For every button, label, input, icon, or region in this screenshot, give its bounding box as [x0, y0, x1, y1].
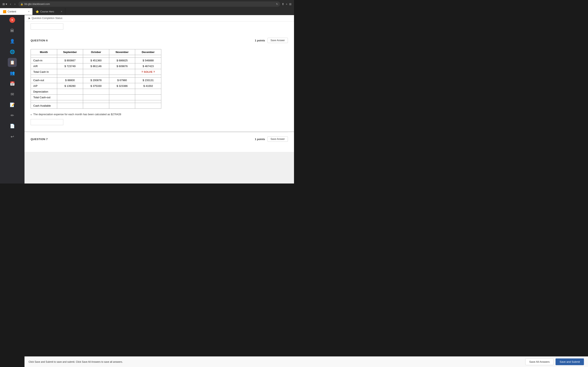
- table-row-total-cash-out: Total Cash-out: [31, 95, 161, 100]
- val-cash-out-oct: $ 200878: [83, 77, 109, 83]
- sidebar-item-document[interactable]: 📄: [8, 122, 17, 131]
- val-total-cash-out-oct: [83, 95, 109, 100]
- back-button[interactable]: ‹: [9, 2, 12, 6]
- val-ar-sep: $ 723749: [57, 63, 83, 69]
- val-total-cash-out-sep: [57, 95, 83, 100]
- sidebar-item-back[interactable]: ↩: [8, 132, 17, 141]
- prev-question-input[interactable]: [31, 24, 63, 30]
- label-cash-in: Cash-in: [31, 58, 57, 63]
- question7-container: QUESTION 7 1 points Save Answer: [25, 132, 294, 152]
- tab-content[interactable]: 🟧 Content ✕: [0, 8, 33, 15]
- sidebar-toggle[interactable]: ⊞ ▾: [2, 2, 7, 6]
- tab-course-hero[interactable]: ⭐ Course Hero ✕: [33, 8, 65, 15]
- notes-section: ● The depreciation expense for each mont…: [31, 113, 288, 116]
- val-total-cash-in-sep: [57, 69, 83, 75]
- tab-bar: 🟧 Content ✕ ⭐ Course Hero ✕: [0, 8, 294, 15]
- label-depreciation: Depreciation: [31, 89, 57, 95]
- table-row-cash-out: Cash-out $ 88800 $ 200878 $ 67980 $ 2331…: [31, 77, 161, 83]
- course-hero-tab-label: Course Hero: [40, 10, 54, 13]
- share-icon[interactable]: ⬆: [282, 2, 284, 6]
- question7-header: QUESTION 7 1 points Save Answer: [31, 136, 288, 144]
- question7-label: QUESTION 7: [31, 138, 48, 141]
- completion-arrow: ▶: [29, 17, 30, 20]
- col-month: Month: [31, 49, 57, 55]
- val-dep-dec: [135, 89, 161, 95]
- new-tab-icon[interactable]: +: [286, 2, 287, 6]
- val-cash-in-dec: $ 546888: [135, 58, 161, 63]
- val-cash-out-nov: $ 67980: [109, 77, 135, 83]
- label-total-cash-out: Total Cash-out: [31, 95, 57, 100]
- sidebar-item-notes[interactable]: 📝: [8, 100, 17, 109]
- cash-flow-table: Month September October November Decembe…: [31, 49, 161, 109]
- sidebar-item-calendar[interactable]: 📅: [8, 79, 17, 88]
- val-cash-avail-sep: [57, 103, 83, 109]
- col-october: October: [83, 49, 109, 55]
- spacer-row-1: [31, 55, 161, 58]
- content-tab-close[interactable]: ✕: [28, 10, 30, 13]
- close-button[interactable]: ✕: [9, 17, 15, 23]
- question6-meta: 1 points Save Answer: [255, 38, 288, 43]
- sidebar-item-institution[interactable]: 🏛: [8, 26, 17, 35]
- content-tab-icon: 🟧: [3, 10, 6, 13]
- reload-icon[interactable]: ↻: [276, 3, 278, 6]
- question6-label: QUESTION 6: [31, 39, 48, 42]
- col-september: September: [57, 49, 83, 55]
- col-december: December: [135, 49, 161, 55]
- completion-bar: ▶ Question Completion Status:: [25, 15, 294, 21]
- sidebar: ✕ 🏛 👤 🌐 📋 👥 📅 ✉ 📝 ✏ 📄 ↩: [0, 15, 25, 184]
- val-ar-oct: $ 861146: [83, 63, 109, 69]
- question6-answer-input[interactable]: [31, 119, 63, 125]
- val-cash-in-nov: $ 686825: [109, 58, 135, 63]
- bottom-spacer: [25, 152, 294, 164]
- url-text: bb-gbc.blackboard.com: [25, 3, 50, 6]
- val-total-cash-in-dec-solve: ? SOLVE ?: [135, 69, 161, 75]
- question7-meta: 1 points Save Answer: [255, 136, 288, 142]
- val-total-cash-out-nov: [109, 95, 135, 100]
- label-cash-out: Cash-out: [31, 77, 57, 83]
- sidebar-item-edit[interactable]: ✏: [8, 111, 17, 120]
- table-row-ar: A/R $ 723749 $ 861146 $ 609876 $ 467423: [31, 63, 161, 69]
- val-ar-nov: $ 609876: [109, 63, 135, 69]
- sidebar-item-profile[interactable]: 👤: [8, 37, 17, 46]
- val-cash-in-oct: $ 451360: [83, 58, 109, 63]
- val-dep-sep: [57, 89, 83, 95]
- table-row-cash-available: Cash Available: [31, 103, 161, 109]
- val-ar-dec: $ 467423: [135, 63, 161, 69]
- sidebar-item-messages[interactable]: ✉: [8, 90, 17, 99]
- table-row-cash-in: Cash-in $ 893667 $ 451360 $ 686825 $ 546…: [31, 58, 161, 63]
- val-cash-out-sep: $ 88800: [57, 77, 83, 83]
- top-input-area: [25, 21, 294, 34]
- browser-chrome: ⊞ ▾ ‹ › 🔒 bb-gbc.blackboard.com ↻ ⬆ + ⊞: [0, 0, 294, 8]
- label-ap: A/P: [31, 83, 57, 89]
- question6-save-answer-button[interactable]: Save Answer: [268, 38, 288, 43]
- address-bar[interactable]: 🔒 bb-gbc.blackboard.com ↻: [18, 1, 280, 7]
- main-layout: ✕ 🏛 👤 🌐 📋 👥 📅 ✉ 📝 ✏ 📄 ↩ ▶ Question Compl…: [0, 15, 294, 184]
- grid-icon[interactable]: ⊞: [289, 2, 292, 6]
- bullet-icon: ●: [31, 114, 32, 116]
- course-hero-tab-icon: ⭐: [35, 10, 39, 13]
- val-cash-in-sep: $ 893667: [57, 58, 83, 63]
- label-total-cash-in: Total Cash In: [31, 69, 57, 75]
- sidebar-item-content[interactable]: 📋: [8, 58, 17, 67]
- col-november: November: [109, 49, 135, 55]
- course-hero-tab-close[interactable]: ✕: [61, 10, 62, 13]
- question7-save-answer-button[interactable]: Save Answer: [268, 136, 288, 142]
- completion-label: Question Completion Status:: [32, 17, 63, 20]
- val-ap-nov: $ 323386: [109, 83, 135, 89]
- spacer-row-2: [31, 75, 161, 77]
- forward-button[interactable]: ›: [13, 2, 17, 6]
- question6-answer-section: [31, 119, 288, 125]
- val-dep-nov: [109, 89, 135, 95]
- val-cash-out-dec: $ 233131: [135, 77, 161, 83]
- val-ap-sep: $ 139280: [57, 83, 83, 89]
- sidebar-item-global[interactable]: 🌐: [8, 47, 17, 56]
- note-depreciation: ● The depreciation expense for each mont…: [31, 113, 288, 116]
- content-area: ▶ Question Completion Status: QUESTION 6…: [25, 15, 294, 184]
- val-cash-avail-oct: [83, 103, 109, 109]
- val-total-cash-in-oct: [83, 69, 109, 75]
- val-ap-oct: $ 375330: [83, 83, 109, 89]
- label-ar: A/R: [31, 63, 57, 69]
- content-tab-label: Content: [8, 10, 16, 13]
- browser-actions: ⬆ + ⊞: [282, 2, 292, 6]
- sidebar-item-groups[interactable]: 👥: [8, 68, 17, 77]
